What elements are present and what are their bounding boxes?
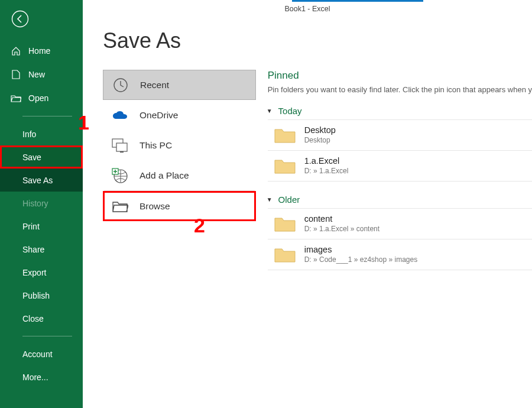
location-this-pc[interactable]: This PC	[103, 130, 256, 160]
sidebar-export[interactable]: Export	[0, 261, 83, 284]
folder-path: D: » 1.a.Excel	[304, 167, 349, 175]
sidebar-share-label: Share	[22, 245, 44, 254]
recent-icon	[112, 76, 129, 94]
sidebar-info-label: Info	[22, 129, 36, 139]
sidebar-new-label: New	[28, 70, 45, 79]
location-browse[interactable]: Browse	[103, 191, 256, 221]
location-recent-label: Recent	[140, 80, 169, 90]
sidebar-history-label: History	[22, 199, 48, 208]
svg-rect-4	[120, 151, 124, 153]
window-title: Book1 - Excel	[284, 5, 330, 13]
location-add-place[interactable]: Add a Place	[103, 160, 256, 190]
backstage-panel: Save As Recent OneDrive This PC	[83, 18, 532, 408]
location-browse-label: Browse	[140, 201, 170, 212]
svg-rect-3	[116, 143, 127, 151]
sidebar-home-label: Home	[28, 46, 50, 56]
sidebar-save-as-label: Save As	[22, 176, 53, 185]
recent-folders-panel: Pinned Pin folders you want to easily fi…	[268, 70, 532, 270]
sidebar-print-label: Print	[22, 222, 40, 231]
sidebar-divider-2	[22, 336, 72, 336]
new-icon	[11, 70, 21, 79]
group-today-label: Today	[278, 106, 302, 116]
sidebar-new[interactable]: New	[0, 63, 83, 86]
group-older-label: Older	[278, 195, 300, 205]
pinned-header: Pinned	[268, 70, 532, 82]
location-this-pc-label: This PC	[140, 140, 172, 151]
folder-name: content	[304, 214, 379, 224]
svg-point-0	[12, 11, 28, 27]
location-recent[interactable]: Recent	[103, 70, 256, 100]
back-button[interactable]	[11, 9, 30, 28]
sidebar-home[interactable]: Home	[0, 39, 83, 63]
sidebar-more[interactable]: More...	[0, 365, 83, 388]
location-onedrive[interactable]: OneDrive	[103, 100, 256, 130]
location-onedrive-label: OneDrive	[140, 110, 178, 121]
folder-path: D: » 1.a.Excel » content	[304, 225, 379, 233]
folder-icon	[274, 126, 296, 144]
folder-icon	[274, 215, 296, 232]
title-accent	[292, 0, 423, 2]
location-add-place-label: Add a Place	[140, 170, 189, 181]
sidebar-account-label: Account	[22, 349, 53, 359]
browse-icon	[111, 197, 129, 215]
folder-path: D: » Code___1 » ez4shop » images	[304, 255, 417, 264]
folder-row[interactable]: content D: » 1.a.Excel » content	[268, 209, 532, 239]
folder-row[interactable]: 1.a.Excel D: » 1.a.Excel	[268, 151, 532, 182]
collapse-icon: ▼	[267, 108, 273, 114]
sidebar-close[interactable]: Close	[0, 307, 83, 330]
sidebar-export-label: Export	[22, 268, 46, 277]
folder-path: Desktop	[304, 136, 336, 144]
folder-row[interactable]: Desktop Desktop	[268, 120, 532, 151]
this-pc-icon	[111, 137, 129, 154]
sidebar-open[interactable]: Open	[0, 86, 83, 110]
folder-name: images	[304, 245, 417, 254]
sidebar-publish[interactable]: Publish	[0, 284, 83, 307]
title-bar: Book1 - Excel	[83, 0, 532, 18]
collapse-icon: ▼	[267, 196, 273, 203]
group-today[interactable]: ▼ Today	[267, 106, 532, 116]
sidebar-account[interactable]: Account	[0, 342, 83, 365]
sidebar-save[interactable]: Save	[0, 145, 83, 169]
sidebar-info[interactable]: Info	[0, 122, 83, 145]
sidebar-save-label: Save	[22, 153, 41, 162]
sidebar-close-label: Close	[22, 314, 44, 323]
sidebar-print[interactable]: Print	[0, 215, 83, 238]
pinned-desc: Pin folders you want to easily find late…	[268, 85, 532, 95]
sidebar-divider-1	[22, 116, 72, 116]
folder-name: 1.a.Excel	[304, 156, 349, 166]
onedrive-icon	[111, 106, 129, 124]
sidebar-save-as[interactable]: Save As	[0, 169, 83, 192]
add-place-icon	[111, 167, 129, 184]
open-icon	[11, 94, 21, 102]
sidebar-history: History	[0, 192, 83, 215]
home-icon	[11, 46, 21, 56]
backstage-sidebar: Home New Open Info Save Save As History …	[0, 0, 83, 408]
save-locations: Recent OneDrive This PC Add a Place	[103, 70, 256, 270]
page-title: Save As	[103, 28, 532, 53]
sidebar-more-label: More...	[22, 373, 48, 382]
sidebar-open-label: Open	[28, 93, 48, 103]
group-older[interactable]: ▼ Older	[267, 195, 532, 205]
annotation-2: 2	[194, 214, 205, 237]
annotation-1: 1	[78, 111, 89, 134]
folder-icon	[274, 245, 296, 263]
folder-row[interactable]: images D: » Code___1 » ez4shop » images	[268, 239, 532, 270]
back-arrow-icon	[11, 10, 29, 28]
folder-icon	[274, 157, 296, 174]
folder-name: Desktop	[304, 125, 336, 135]
sidebar-share[interactable]: Share	[0, 238, 83, 261]
sidebar-publish-label: Publish	[22, 291, 50, 300]
